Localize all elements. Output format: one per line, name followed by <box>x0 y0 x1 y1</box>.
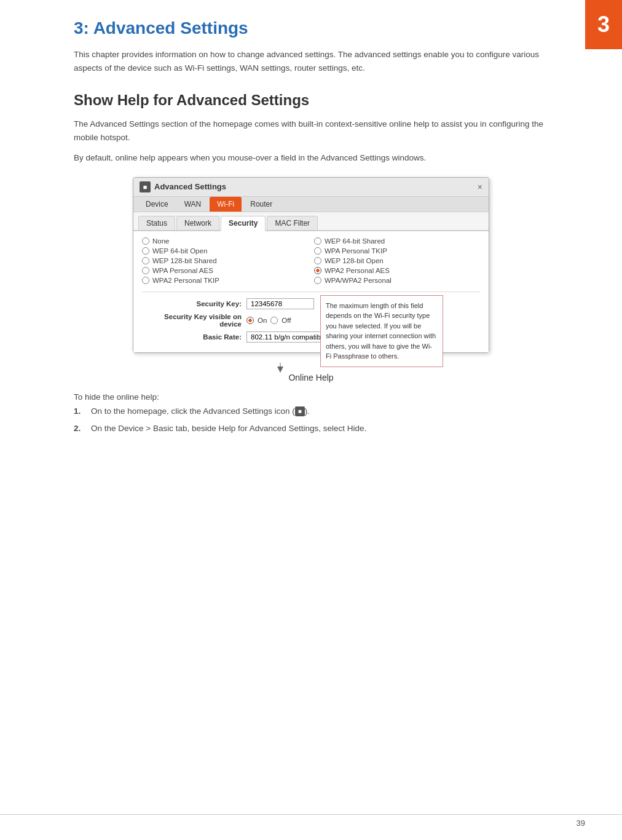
radio-circle-none <box>142 237 149 245</box>
steps-list: 1. On to the homepage, click the Advance… <box>74 405 548 435</box>
tab-wan[interactable]: WAN <box>177 197 209 212</box>
tooltip-box: The maximum length of this field depends… <box>320 295 443 367</box>
security-key-visible-label: Security Key visible on device <box>142 313 246 328</box>
step-1-text: On to the homepage, click the Advanced S… <box>91 405 310 418</box>
tab-device[interactable]: Device <box>138 197 176 212</box>
radio-label-wep128-shared: WEP 128-bit Shared <box>152 257 217 264</box>
online-help-label: Online Help <box>288 373 333 382</box>
chapter-title: 3: Advanced Settings <box>74 18 548 38</box>
dialog-body: None WEP 64-bit Shared WEP 64-bit Open W… <box>133 231 489 352</box>
dialog-close-button[interactable]: × <box>478 182 482 192</box>
step-2-text: On the Device > Basic tab, beside Help f… <box>91 422 366 435</box>
online-help-arrow <box>268 363 317 373</box>
radio-circle-wpa-aes <box>142 267 149 274</box>
off-label: Off <box>281 317 291 324</box>
inner-tab-network[interactable]: Network <box>176 216 219 230</box>
step-2: 2. On the Device > Basic tab, beside Hel… <box>74 422 548 435</box>
radio-circle-wpa-tkip <box>314 247 321 255</box>
radio-circle-wep128-shared <box>142 257 149 264</box>
security-options-grid: None WEP 64-bit Shared WEP 64-bit Open W… <box>142 237 480 284</box>
radio-label-wep64-open: WEP 64-bit Open <box>152 247 207 255</box>
svg-marker-1 <box>277 367 283 373</box>
on-label: On <box>258 317 267 324</box>
radio-label-wpa-aes: WPA Personal AES <box>152 267 213 274</box>
basic-rate-label: Basic Rate: <box>142 333 246 341</box>
inner-tab-status[interactable]: Status <box>138 216 175 230</box>
dialog-main-tabs: Device WAN Wi-Fi Router <box>133 197 489 212</box>
radio-label-none: None <box>152 237 170 245</box>
radio-label-wep128-open: WEP 128-bit Open <box>325 257 384 264</box>
dialog-screenshot: ■ Advanced Settings × Device WAN Wi-Fi R… <box>74 177 548 382</box>
security-key-input[interactable] <box>246 298 314 309</box>
radio-off-circle <box>270 317 278 324</box>
step-1-num: 1. <box>74 405 86 418</box>
radio-circle-wpa2-tkip <box>142 277 149 284</box>
chapter-number-tab: 3 <box>585 0 622 49</box>
tab-wifi[interactable]: Wi-Fi <box>210 197 242 212</box>
radio-wep64-open[interactable]: WEP 64-bit Open <box>142 247 308 255</box>
radio-label-wpawpa2: WPA/WPA2 Personal <box>325 277 392 284</box>
section-title: Show Help for Advanced Settings <box>74 92 548 109</box>
tab-router[interactable]: Router <box>243 197 280 212</box>
radio-on-circle <box>246 317 254 324</box>
radio-wpa-tkip[interactable]: WPA Personal TKIP <box>314 247 480 255</box>
section-desc-2: By default, online help appears when you… <box>74 151 548 165</box>
on-off-radio-group: On Off <box>246 317 291 324</box>
radio-wep64-shared[interactable]: WEP 64-bit Shared <box>314 237 480 245</box>
radio-circle-wep64-shared <box>314 237 321 245</box>
section-desc-1: The Advanced Settings section of the hom… <box>74 117 548 144</box>
security-form-section: Security Key: The maximum length of this… <box>142 291 480 343</box>
radio-wep128-open[interactable]: WEP 128-bit Open <box>314 257 480 264</box>
advanced-settings-dialog: ■ Advanced Settings × Device WAN Wi-Fi R… <box>133 177 489 353</box>
radio-wpa-aes[interactable]: WPA Personal AES <box>142 267 308 274</box>
radio-circle-wep64-open <box>142 247 149 255</box>
step-1: 1. On to the homepage, click the Advance… <box>74 405 548 418</box>
inner-tab-security[interactable]: Security <box>221 216 266 231</box>
security-key-row: Security Key: The maximum length of this… <box>142 298 480 309</box>
radio-circle-wpa2-aes <box>314 267 321 274</box>
dialog-app-icon: ■ <box>140 181 151 192</box>
security-key-label: Security Key: <box>142 300 246 307</box>
dialog-title-left: ■ Advanced Settings <box>140 181 226 192</box>
chapter-intro: This chapter provides information on how… <box>74 48 548 74</box>
radio-wep128-shared[interactable]: WEP 128-bit Shared <box>142 257 308 264</box>
advanced-settings-icon: ■ <box>295 406 305 416</box>
radio-none[interactable]: None <box>142 237 308 245</box>
page-number: 39 <box>577 818 585 828</box>
radio-circle-wpawpa2 <box>314 277 321 284</box>
radio-wpa2-tkip[interactable]: WPA2 Personal TKIP <box>142 277 308 284</box>
dialog-titlebar: ■ Advanced Settings × <box>133 178 489 197</box>
steps-intro: To hide the online help: <box>74 392 548 402</box>
radio-label-wep64-shared: WEP 64-bit Shared <box>325 237 385 245</box>
dialog-inner-tabs: Status Network Security MAC Filter <box>133 212 489 231</box>
radio-label-wpa2-aes: WPA2 Personal AES <box>325 267 390 274</box>
dialog-title-text: Advanced Settings <box>154 182 226 191</box>
radio-label-wpa2-tkip: WPA2 Personal TKIP <box>152 277 219 284</box>
radio-wpa2-aes[interactable]: WPA2 Personal AES <box>314 267 480 274</box>
radio-wpawpa2[interactable]: WPA/WPA2 Personal <box>314 277 480 284</box>
inner-tab-mac-filter[interactable]: MAC Filter <box>267 216 318 230</box>
radio-label-wpa-tkip: WPA Personal TKIP <box>325 247 387 255</box>
step-2-num: 2. <box>74 422 86 435</box>
radio-circle-wep128-open <box>314 257 321 264</box>
page-footer: 39 <box>0 814 622 828</box>
